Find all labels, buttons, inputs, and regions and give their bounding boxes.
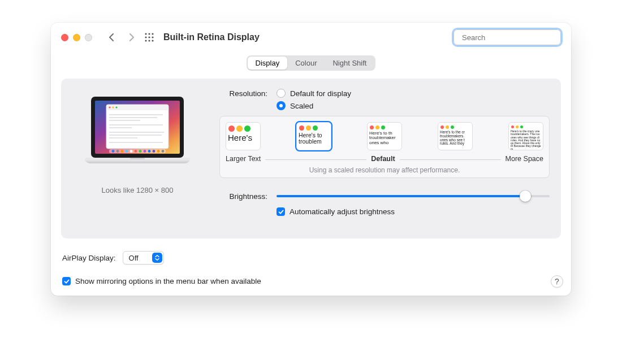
zoom-icon[interactable] [85,34,92,41]
svg-point-35 [144,150,146,153]
display-preview-image [72,94,202,176]
page-title: Built-in Retina Display [163,32,260,42]
preferences-window: Built-in Retina Display Display Colour N… [51,23,571,296]
svg-point-30 [121,150,124,153]
svg-point-0 [145,33,146,34]
tab-bar: Display Colour Night Shift [51,51,571,79]
mirroring-label: Show mirroring options in the menu bar w… [75,277,261,285]
brightness-label: Brightness: [219,192,267,201]
svg-point-36 [148,150,151,153]
select-arrows-icon [152,253,162,263]
svg-point-15 [109,106,110,108]
scale-option-1[interactable]: Here's [226,122,261,150]
toolbar: Built-in Retina Display [51,23,571,51]
scale-more-space-label: More Space [506,155,543,163]
back-button[interactable] [108,33,115,42]
scale-default-label: Default [371,155,395,163]
svg-point-2 [152,33,153,34]
svg-point-7 [148,40,150,41]
scale-option-3[interactable]: Here's to th troublemaker ones who [367,122,402,150]
scale-option-block: Here'sHere's to troublemHere's to th tro… [219,116,550,178]
svg-rect-13 [106,105,169,149]
resolution-default-radio[interactable]: Default for display [277,89,351,98]
traffic-lights [61,34,92,41]
scale-larger-text-label: Larger Text [226,155,261,163]
radio-label: Default for display [290,89,351,98]
scale-option-5[interactable]: Here's to the crazy one troublemakers. T… [508,122,543,150]
preview-caption: Looks like 1280 × 800 [72,186,202,194]
svg-point-34 [139,150,142,153]
tab-night-shift[interactable]: Night Shift [325,57,374,70]
airplay-select[interactable]: Off [123,251,164,265]
svg-point-3 [145,36,146,38]
scale-performance-note: Using a scaled resolution may affect per… [223,166,546,174]
svg-point-28 [112,150,115,153]
close-icon[interactable] [61,34,68,41]
display-panel: Looks like 1280 × 800 Resolution: Defaul… [61,79,561,239]
brightness-slider[interactable] [277,190,550,202]
svg-point-39 [162,150,165,153]
svg-point-16 [112,106,114,108]
scale-option-2[interactable]: Here's to troublem [296,122,331,150]
search-field[interactable] [453,29,561,45]
svg-point-31 [126,150,128,153]
airplay-label: AirPlay Display: [62,254,116,262]
svg-point-1 [148,33,150,34]
auto-brightness-checkbox[interactable] [277,207,285,216]
minimize-icon[interactable] [73,34,80,41]
svg-point-4 [148,36,150,38]
svg-point-6 [145,40,146,41]
airplay-value: Off [129,254,139,262]
scale-rule-right [400,159,501,160]
svg-point-37 [153,150,156,153]
forward-button[interactable] [128,33,135,42]
svg-point-32 [130,150,133,153]
svg-rect-41 [130,158,145,159]
resolution-label: Resolution: [219,89,267,98]
resolution-scaled-radio[interactable]: Scaled [277,101,351,110]
bottom-area: AirPlay Display: Off Show mirroring opti… [51,239,571,296]
svg-point-17 [115,106,117,108]
svg-point-8 [152,40,153,41]
mirroring-checkbox[interactable] [62,277,71,285]
brightness-slider-knob[interactable] [520,190,531,202]
help-button[interactable]: ? [551,275,563,288]
scale-rule-left [265,159,366,160]
svg-point-5 [152,36,153,38]
svg-point-33 [135,150,137,153]
tab-colour[interactable]: Colour [287,57,325,70]
show-all-button[interactable] [144,32,154,42]
auto-brightness-label: Automatically adjust brightness [290,207,395,216]
nav-arrows [108,33,135,42]
scale-option-4[interactable]: Here's to the cr troublemakers. ones who… [438,122,473,150]
svg-point-38 [157,150,160,153]
svg-point-29 [116,150,119,153]
search-input[interactable] [462,33,557,42]
tab-display[interactable]: Display [248,57,288,70]
radio-label: Scaled [290,102,313,110]
